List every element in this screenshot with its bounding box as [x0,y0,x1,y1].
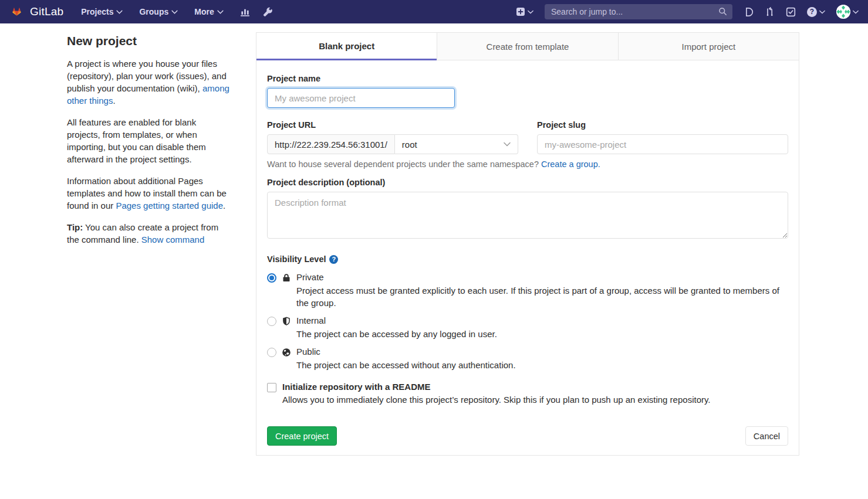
tab-create-from-template[interactable]: Create from template [437,33,617,60]
public-radio[interactable] [267,348,276,357]
menu-groups[interactable]: Groups [139,7,178,16]
issues-icon[interactable] [744,7,754,17]
intro-text-end: . [113,96,115,106]
project-url-group: http://222.239.254.56:31001/ root [267,134,518,154]
main-menu: Projects Groups More [81,7,223,16]
intro-paragraph: A project is where you house your files … [67,57,231,107]
private-option-label[interactable]: Private [296,272,788,282]
readme-section: Initialize repository with a README Allo… [267,382,788,405]
internal-option-description: The project can be accessed by any logge… [296,328,788,340]
namespace-selected-value: root [402,140,417,150]
cancel-button[interactable]: Cancel [745,426,788,446]
todos-icon[interactable] [786,7,796,17]
menu-projects-label: Projects [81,7,113,16]
visibility-option-public: Public The project can be accessed witho… [267,347,788,371]
chevron-down-icon [217,10,224,14]
url-slug-row: Project URL http://222.239.254.56:31001/… [267,120,788,154]
tip-label: Tip: [67,222,83,232]
bar-chart-icon[interactable] [240,7,250,17]
gitlab-home-link[interactable]: GitLab [9,5,63,19]
menu-more[interactable]: More [194,7,223,16]
visibility-option-internal: Internal The project can be accessed by … [267,315,788,340]
show-command-link[interactable]: Show command [141,235,205,245]
merge-requests-icon[interactable] [765,7,775,17]
help-menu-button[interactable]: ? [807,7,825,17]
readme-checkbox[interactable] [267,383,276,392]
new-project-page: New project A project is where you house… [0,23,868,456]
global-search [545,4,732,19]
avatar [836,5,850,19]
description-block: Project description (optional) [267,178,788,241]
new-project-panel: Blank project Create from template Impor… [256,32,799,456]
globe-icon [282,348,291,357]
user-menu-button[interactable] [836,5,859,19]
project-url-column: Project URL http://222.239.254.56:31001/… [267,120,518,154]
project-description-label: Project description (optional) [267,178,788,187]
pages-guide-link[interactable]: Pages getting started guide [116,201,223,211]
project-name-input[interactable] [267,88,455,108]
sidebar-help-column: New project A project is where you house… [67,32,231,255]
private-option-description: Project access must be granted explicitl… [296,284,788,309]
help-icon: ? [807,7,817,17]
create-project-button[interactable]: Create project [267,426,337,446]
project-type-tabs: Blank project Create from template Impor… [256,33,799,60]
readme-description: Allows you to immediately clone this pro… [282,395,788,405]
chevron-down-icon [116,10,123,14]
menu-groups-label: Groups [139,7,168,16]
lock-icon [282,273,291,283]
brand-title: GitLab [30,5,63,18]
page-title: New project [67,34,231,48]
search-icon [718,7,727,18]
project-description-textarea[interactable] [267,192,788,239]
internal-option-label[interactable]: Internal [296,315,788,325]
project-name-label: Project name [267,74,788,83]
private-radio[interactable] [267,273,276,283]
create-group-link[interactable]: Create a group. [541,159,600,169]
namespace-help-text: Want to house several dependent projects… [267,159,788,169]
wrench-admin-icon[interactable] [263,7,273,17]
top-navbar: GitLab Projects Groups More [0,0,868,23]
visibility-option-private: Private Project access must be granted e… [267,272,788,309]
shield-icon [282,317,291,326]
public-option-label[interactable]: Public [296,347,788,357]
chevron-down-icon [504,142,511,147]
visibility-level-label: Visibility Level [267,254,326,264]
features-paragraph: All features are enabled for blank proje… [67,116,231,165]
namespace-select[interactable]: root [395,134,518,154]
new-menu-button[interactable] [516,7,533,16]
tip-paragraph: Tip: You can also create a project from … [67,221,231,246]
blank-project-form: Project name Project URL http://222.239.… [256,60,799,455]
namespace-help-question: Want to house several dependent projects… [267,159,541,169]
chevron-down-icon [819,10,825,14]
gitlab-tanuki-logo-icon [9,5,24,19]
tab-blank-project[interactable]: Blank project [256,33,437,60]
plus-square-icon [516,7,525,16]
project-slug-input[interactable] [537,134,788,154]
menu-more-label: More [194,7,214,16]
visibility-section: Visibility Level ? Private Project acces… [267,254,788,371]
tab-import-project[interactable]: Import project [618,33,799,60]
form-actions: Create project Cancel [267,426,788,446]
project-slug-label: Project slug [537,120,788,130]
readme-label[interactable]: Initialize repository with a README [282,382,788,392]
chevron-down-icon [528,10,533,14]
project-slug-column: Project slug [537,120,788,154]
project-url-label: Project URL [267,120,518,130]
menu-projects[interactable]: Projects [81,7,123,16]
visibility-help-icon[interactable]: ? [329,255,338,264]
pages-text-end: . [223,201,225,211]
public-option-description: The project can be accessed without any … [296,359,788,371]
url-prefix: http://222.239.254.56:31001/ [267,134,395,154]
chevron-down-icon [853,10,859,14]
internal-radio[interactable] [267,317,276,326]
chevron-down-icon [171,10,178,14]
search-input[interactable] [545,4,732,19]
pages-paragraph: Information about additional Pages templ… [67,175,231,212]
